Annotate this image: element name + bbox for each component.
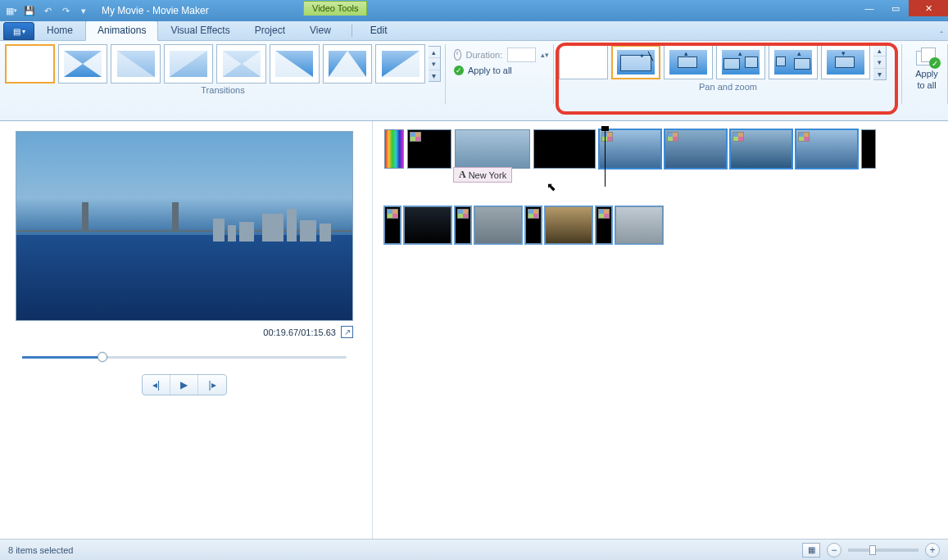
clip-black-2[interactable] [533, 129, 596, 169]
transition-diagonal-1[interactable] [111, 44, 161, 84]
clip-skyline-2[interactable] [665, 129, 727, 169]
pan-zoom-auto[interactable] [611, 45, 660, 79]
pan-zoom-gallery-more[interactable]: ▴ ▾ ▾ [873, 44, 887, 80]
tab-view[interactable]: View [297, 20, 343, 41]
qat-dropdown-icon[interactable]: ▾ [77, 4, 90, 17]
duration-input[interactable] [507, 47, 536, 62]
ribbon-collapse-icon[interactable]: ˆ [935, 30, 948, 40]
play-button[interactable]: ▶ [170, 375, 198, 395]
tab-project[interactable]: Project [243, 20, 297, 41]
clip-leader[interactable] [384, 129, 404, 169]
preview-video[interactable] [16, 131, 353, 321]
gallery-expand-icon[interactable]: ▾ [873, 69, 886, 79]
clip2-building[interactable] [615, 206, 663, 244]
file-menu-button[interactable]: ▤▾ [3, 22, 34, 40]
svg-marker-0 [64, 51, 83, 77]
apply-to-all-small-button[interactable]: ✓ Apply to all [451, 62, 549, 75]
clip2-grey[interactable] [474, 206, 522, 244]
playback-controls: ◂| ▶ |▸ [142, 374, 227, 395]
text-caption-icon: A [459, 169, 466, 181]
pan-zoom-in-center[interactable]: ▴ [664, 45, 713, 79]
status-items-selected: 8 items selected [8, 545, 73, 555]
clip2-c[interactable] [525, 206, 542, 244]
transitions-gallery-more[interactable]: ▴ ▾ ▾ [429, 46, 441, 82]
pan-zoom-group-label: Pan and zoom [559, 80, 897, 94]
svg-marker-12 [382, 51, 420, 77]
maximize-button[interactable]: ▭ [882, 0, 909, 16]
seek-thumb[interactable] [98, 352, 107, 362]
transition-crossfade[interactable] [58, 44, 108, 84]
pan-zoom-out-center[interactable]: ▾ [821, 45, 870, 79]
clip2-night[interactable] [404, 206, 451, 244]
clip-skyline-1[interactable] [599, 129, 661, 169]
empty-group-label [451, 75, 549, 89]
zoom-out-button[interactable]: − [827, 543, 841, 558]
tab-animations[interactable]: Animations [85, 20, 158, 41]
transition-none[interactable] [5, 44, 55, 84]
previous-frame-button[interactable]: ◂| [143, 375, 170, 395]
timeline-pane[interactable]: A New York ⬉ [373, 121, 948, 539]
tab-edit[interactable]: Edit [358, 20, 400, 41]
playhead[interactable] [605, 129, 606, 187]
apply-to-all-big-label-2: to all [917, 80, 936, 90]
apply-to-all-big-button[interactable]: ✓ Apply to all [907, 44, 946, 90]
svg-marker-11 [329, 51, 366, 77]
gallery-expand-icon[interactable]: ▾ [429, 70, 440, 81]
caption-marker[interactable]: A New York [453, 167, 512, 183]
check-icon: ✓ [454, 65, 464, 75]
clip2-a[interactable] [384, 206, 401, 244]
tab-home[interactable]: Home [34, 20, 85, 41]
clip-sail[interactable] [455, 129, 530, 169]
zoom-in-button[interactable]: + [925, 543, 940, 558]
clip-skyline-3[interactable] [730, 129, 792, 169]
caption-text: New York [469, 170, 506, 180]
clip-black-1[interactable] [407, 129, 451, 169]
fullscreen-icon[interactable]: ↗ [341, 326, 353, 338]
clip2-d[interactable] [596, 206, 612, 244]
duration-stepper-icon[interactable]: ▴▾ [541, 51, 549, 59]
view-toggle-button[interactable]: ▦ [802, 543, 820, 558]
pan-zoom-gallery[interactable]: ▴ ▴ ▴ ▾ ▴ ▾ ▾ [559, 44, 897, 80]
save-icon[interactable]: 💾 [23, 4, 36, 17]
gallery-scroll-up-icon[interactable]: ▴ [429, 47, 440, 58]
close-button[interactable]: ✕ [909, 0, 948, 16]
clip2-road[interactable] [545, 206, 592, 244]
next-frame-button[interactable]: |▸ [198, 375, 226, 395]
pan-zoom-none[interactable] [559, 45, 608, 79]
app-menu-icon[interactable]: ▦▾ [5, 4, 18, 17]
preview-pane: 00:19.67/01:15.63 ↗ ◂| ▶ |▸ [0, 121, 373, 539]
transition-wipe-bottom-left[interactable] [270, 44, 320, 84]
tab-visual-effects[interactable]: Visual Effects [158, 20, 242, 41]
undo-icon[interactable]: ↶ [41, 4, 54, 17]
transitions-gallery[interactable]: ▴ ▾ ▾ [5, 44, 441, 84]
titlebar: ▦▾ 💾 ↶ ↷ ▾ My Movie - Movie Maker Video … [0, 0, 948, 21]
clock-icon [454, 49, 461, 61]
svg-marker-10 [275, 51, 313, 77]
transition-wipe-bottom[interactable] [323, 44, 373, 84]
ribbon-tabs: ▤▾ Home Animations Visual Effects Projec… [0, 21, 948, 41]
clip2-b[interactable] [455, 206, 471, 244]
apply-to-all-big-label-1: Apply [915, 69, 938, 79]
transition-cross[interactable] [216, 44, 266, 84]
minimize-button[interactable]: — [856, 0, 882, 16]
timeline-row-1 [384, 129, 938, 169]
gallery-scroll-down-icon[interactable]: ▾ [873, 56, 886, 68]
clip-liberty[interactable] [796, 129, 858, 169]
apply-to-all-icon: ✓ [914, 47, 939, 67]
gallery-scroll-up-icon[interactable]: ▴ [873, 45, 886, 56]
seek-bar[interactable] [22, 350, 347, 364]
pan-zoom-in-right[interactable]: ▴ [769, 45, 818, 79]
ribbon: ▴ ▾ ▾ Transitions Duration: ▴▾ ✓ Apply t… [0, 41, 948, 121]
zoom-thumb[interactable] [869, 545, 876, 555]
clip-black-3[interactable] [861, 129, 876, 169]
transitions-group-label: Transitions [5, 84, 441, 97]
preview-time-display: 00:19.67/01:15.63 [263, 327, 336, 337]
transition-diagonal-2[interactable] [164, 44, 214, 84]
transition-wipe-bottom-right[interactable] [375, 44, 425, 84]
zoom-slider[interactable] [848, 549, 919, 552]
pan-zoom-in-left[interactable]: ▴ [716, 45, 765, 79]
cursor-icon: ⬉ [547, 180, 556, 193]
main-area: 00:19.67/01:15.63 ↗ ◂| ▶ |▸ A New Yor [0, 121, 948, 539]
redo-icon[interactable]: ↷ [59, 4, 72, 17]
gallery-scroll-down-icon[interactable]: ▾ [429, 58, 440, 70]
